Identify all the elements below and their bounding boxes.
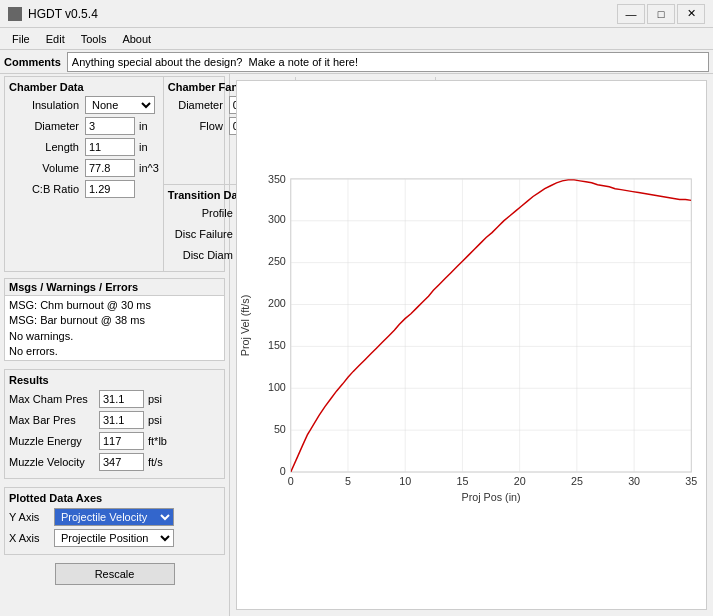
menu-about[interactable]: About xyxy=(114,31,159,47)
messages-content[interactable]: MSG: Chm burnout @ 30 ms MSG: Bar burnou… xyxy=(5,295,224,360)
rescale-button[interactable]: Rescale xyxy=(55,563,175,585)
chart-area: 0 50 100 150 200 250 300 350 0 5 10 15 2… xyxy=(236,80,707,610)
top-data-row: Chamber Data Insulation None Diameter in… xyxy=(4,76,225,272)
max-cham-pres-label: Max Cham Pres xyxy=(9,393,99,405)
max-bar-pres-row: Max Bar Pres 31.1 psi xyxy=(9,411,220,429)
msg-line-2: No warnings. xyxy=(9,329,220,344)
chamber-length-input[interactable] xyxy=(85,138,135,156)
messages-title: Msgs / Warnings / Errors xyxy=(5,279,224,295)
main-content: Chamber Data Insulation None Diameter in… xyxy=(0,74,713,616)
volume-unit: in^3 xyxy=(139,162,159,174)
right-panel: 0 50 100 150 200 250 300 350 0 5 10 15 2… xyxy=(230,74,713,616)
svg-text:5: 5 xyxy=(345,475,351,487)
minimize-button[interactable]: — xyxy=(617,4,645,24)
chamber-length-unit: in xyxy=(139,141,148,153)
muzzle-velocity-label: Muzzle Velocity xyxy=(9,456,99,468)
profile-label: Profile xyxy=(168,207,233,219)
svg-rect-1 xyxy=(291,179,692,472)
insulation-select[interactable]: None xyxy=(85,96,155,114)
comments-bar: Comments xyxy=(0,50,713,74)
muzzle-energy-unit: ft*lb xyxy=(148,435,167,447)
svg-text:100: 100 xyxy=(268,381,286,393)
max-cham-pres-unit: psi xyxy=(148,393,162,405)
menu-tools[interactable]: Tools xyxy=(73,31,115,47)
muzzle-velocity-value: 347 xyxy=(99,453,144,471)
chamber-data-title: Chamber Data xyxy=(9,81,159,93)
x-axis-row: X Axis Projectile Position xyxy=(9,529,220,547)
disc-failure-label: Disc Failure xyxy=(168,228,233,240)
svg-text:0: 0 xyxy=(288,475,294,487)
svg-text:350: 350 xyxy=(268,173,286,185)
comments-label: Comments xyxy=(4,56,61,68)
left-panel: Chamber Data Insulation None Diameter in… xyxy=(0,74,230,616)
svg-text:25: 25 xyxy=(571,475,583,487)
msg-line-1: MSG: Bar burnout @ 38 ms xyxy=(9,313,220,328)
svg-text:300: 300 xyxy=(268,213,286,225)
app-icon xyxy=(8,7,22,21)
chamber-data-section: Chamber Data Insulation None Diameter in… xyxy=(5,77,164,271)
x-axis-label: X Axis xyxy=(9,532,54,544)
svg-text:200: 200 xyxy=(268,297,286,309)
cb-ratio-input[interactable] xyxy=(85,180,135,198)
comments-input[interactable] xyxy=(67,52,709,72)
menu-file[interactable]: File xyxy=(4,31,38,47)
volume-label: Volume xyxy=(9,162,79,174)
max-bar-pres-label: Max Bar Pres xyxy=(9,414,99,426)
menu-bar: File Edit Tools About xyxy=(0,28,713,50)
svg-text:150: 150 xyxy=(268,339,286,351)
x-axis-select[interactable]: Projectile Position xyxy=(54,529,174,547)
plot-axes-title: Plotted Data Axes xyxy=(9,492,220,504)
title-bar: HGDT v0.5.4 — □ ✕ xyxy=(0,0,713,28)
msg-line-0: MSG: Chm burnout @ 30 ms xyxy=(9,298,220,313)
plot-axes-box: Plotted Data Axes Y Axis Projectile Velo… xyxy=(4,487,225,555)
muzzle-energy-value: 117 xyxy=(99,432,144,450)
volume-input[interactable] xyxy=(85,159,135,177)
muzzle-velocity-row: Muzzle Velocity 347 ft/s xyxy=(9,453,220,471)
chamber-diameter-unit: in xyxy=(139,120,148,132)
svg-text:35: 35 xyxy=(685,475,697,487)
msg-line-3: No errors. xyxy=(9,344,220,359)
chamber-diameter-label: Diameter xyxy=(9,120,79,132)
fan-flow-label: Flow xyxy=(168,120,223,132)
close-button[interactable]: ✕ xyxy=(677,4,705,24)
app-title: HGDT v0.5.4 xyxy=(28,7,98,21)
svg-text:50: 50 xyxy=(274,423,286,435)
svg-text:30: 30 xyxy=(628,475,640,487)
svg-text:Proj Vel (ft/s): Proj Vel (ft/s) xyxy=(239,295,251,356)
chart-svg: 0 50 100 150 200 250 300 350 0 5 10 15 2… xyxy=(237,81,706,609)
max-cham-pres-value: 31.1 xyxy=(99,390,144,408)
svg-text:15: 15 xyxy=(456,475,468,487)
svg-text:10: 10 xyxy=(399,475,411,487)
chamber-diameter-input[interactable] xyxy=(85,117,135,135)
fan-diameter-label: Diameter xyxy=(168,99,223,111)
muzzle-velocity-unit: ft/s xyxy=(148,456,163,468)
y-axis-row: Y Axis Projectile Velocity xyxy=(9,508,220,526)
insulation-label: Insulation xyxy=(9,99,79,111)
cb-ratio-label: C:B Ratio xyxy=(9,183,79,195)
muzzle-energy-row: Muzzle Energy 117 ft*lb xyxy=(9,432,220,450)
svg-text:Proj Pos (in): Proj Pos (in) xyxy=(462,491,521,503)
maximize-button[interactable]: □ xyxy=(647,4,675,24)
window-controls: — □ ✕ xyxy=(617,4,705,24)
menu-edit[interactable]: Edit xyxy=(38,31,73,47)
disc-diam-label: Disc Diam xyxy=(168,249,233,261)
y-axis-label: Y Axis xyxy=(9,511,54,523)
muzzle-energy-label: Muzzle Energy xyxy=(9,435,99,447)
svg-text:0: 0 xyxy=(280,465,286,477)
svg-text:250: 250 xyxy=(268,255,286,267)
max-bar-pres-value: 31.1 xyxy=(99,411,144,429)
results-box: Results Max Cham Pres 31.1 psi Max Bar P… xyxy=(4,369,225,479)
results-title: Results xyxy=(9,374,220,386)
chamber-length-label: Length xyxy=(9,141,79,153)
max-cham-pres-row: Max Cham Pres 31.1 psi xyxy=(9,390,220,408)
max-bar-pres-unit: psi xyxy=(148,414,162,426)
y-axis-select[interactable]: Projectile Velocity xyxy=(54,508,174,526)
svg-text:20: 20 xyxy=(514,475,526,487)
messages-box: Msgs / Warnings / Errors MSG: Chm burnou… xyxy=(4,278,225,361)
